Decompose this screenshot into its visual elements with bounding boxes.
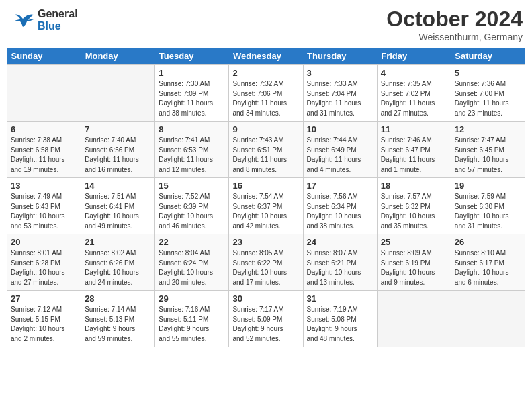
calendar-cell: 22Sunrise: 8:04 AM Sunset: 6:24 PM Dayli… (155, 234, 229, 291)
calendar-week-3: 13Sunrise: 7:49 AM Sunset: 6:43 PM Dayli… (7, 178, 525, 234)
calendar-cell: 4Sunrise: 7:35 AM Sunset: 7:02 PM Daylig… (377, 65, 451, 122)
day-number: 24 (307, 237, 373, 247)
calendar-cell: 17Sunrise: 7:56 AM Sunset: 6:34 PM Dayli… (303, 178, 377, 234)
logo-text: General Blue (38, 8, 78, 32)
day-number: 10 (307, 124, 373, 134)
calendar-cell: 16Sunrise: 7:54 AM Sunset: 6:37 PM Dayli… (229, 178, 303, 234)
day-number: 11 (381, 124, 447, 134)
month-title: October 2024 (386, 7, 523, 32)
day-number: 13 (11, 181, 77, 191)
calendar-cell: 2Sunrise: 7:32 AM Sunset: 7:06 PM Daylig… (229, 65, 303, 122)
day-number: 4 (381, 68, 447, 78)
day-info: Sunrise: 7:44 AM Sunset: 6:49 PM Dayligh… (307, 136, 373, 175)
calendar-cell: 5Sunrise: 7:36 AM Sunset: 7:00 PM Daylig… (451, 65, 525, 122)
day-info: Sunrise: 8:09 AM Sunset: 6:19 PM Dayligh… (381, 248, 447, 287)
day-number: 14 (85, 181, 151, 191)
day-number: 12 (455, 124, 521, 134)
day-number: 3 (307, 68, 373, 78)
day-info: Sunrise: 7:59 AM Sunset: 6:30 PM Dayligh… (455, 192, 521, 231)
calendar-header-row: SundayMondayTuesdayWednesdayThursdayFrid… (7, 48, 525, 65)
calendar-header-wednesday: Wednesday (229, 48, 303, 65)
day-number: 26 (455, 237, 521, 247)
calendar-header-saturday: Saturday (451, 48, 525, 65)
day-info: Sunrise: 8:07 AM Sunset: 6:21 PM Dayligh… (307, 248, 373, 287)
day-number: 16 (232, 181, 299, 191)
logo: General Blue (9, 7, 78, 34)
calendar-cell: 19Sunrise: 7:59 AM Sunset: 6:30 PM Dayli… (451, 178, 525, 234)
calendar-cell: 9Sunrise: 7:43 AM Sunset: 6:51 PM Daylig… (229, 122, 303, 178)
day-info: Sunrise: 7:46 AM Sunset: 6:47 PM Dayligh… (381, 136, 447, 175)
calendar-cell: 8Sunrise: 7:41 AM Sunset: 6:53 PM Daylig… (155, 122, 229, 178)
calendar-cell: 11Sunrise: 7:46 AM Sunset: 6:47 PM Dayli… (377, 122, 451, 178)
calendar-week-1: 1Sunrise: 7:30 AM Sunset: 7:09 PM Daylig… (7, 65, 525, 122)
day-info: Sunrise: 7:17 AM Sunset: 5:09 PM Dayligh… (232, 305, 299, 344)
calendar-cell: 27Sunrise: 7:12 AM Sunset: 5:15 PM Dayli… (7, 291, 81, 347)
day-number: 22 (159, 237, 225, 247)
calendar-header-thursday: Thursday (303, 48, 377, 65)
calendar-week-5: 27Sunrise: 7:12 AM Sunset: 5:15 PM Dayli… (7, 291, 525, 347)
calendar-header-sunday: Sunday (7, 48, 81, 65)
day-info: Sunrise: 7:47 AM Sunset: 6:45 PM Dayligh… (455, 136, 521, 175)
calendar-cell: 24Sunrise: 8:07 AM Sunset: 6:21 PM Dayli… (303, 234, 377, 291)
day-number: 23 (232, 237, 299, 247)
calendar-cell: 12Sunrise: 7:47 AM Sunset: 6:45 PM Dayli… (451, 122, 525, 178)
calendar-cell: 15Sunrise: 7:52 AM Sunset: 6:39 PM Dayli… (155, 178, 229, 234)
day-info: Sunrise: 7:14 AM Sunset: 5:13 PM Dayligh… (85, 305, 151, 344)
day-info: Sunrise: 7:41 AM Sunset: 6:53 PM Dayligh… (159, 136, 225, 175)
day-number: 25 (381, 237, 447, 247)
day-number: 15 (159, 181, 225, 191)
calendar-cell: 6Sunrise: 7:38 AM Sunset: 6:58 PM Daylig… (7, 122, 81, 178)
calendar-header-friday: Friday (377, 48, 451, 65)
day-number: 19 (455, 181, 521, 191)
day-info: Sunrise: 7:51 AM Sunset: 6:41 PM Dayligh… (85, 192, 151, 231)
calendar-cell (7, 65, 81, 122)
calendar-table: SundayMondayTuesdayWednesdayThursdayFrid… (7, 48, 525, 347)
day-info: Sunrise: 7:49 AM Sunset: 6:43 PM Dayligh… (11, 192, 77, 231)
calendar-cell: 26Sunrise: 8:10 AM Sunset: 6:17 PM Dayli… (451, 234, 525, 291)
day-info: Sunrise: 8:10 AM Sunset: 6:17 PM Dayligh… (455, 248, 521, 287)
calendar-cell: 3Sunrise: 7:33 AM Sunset: 7:04 PM Daylig… (303, 65, 377, 122)
day-info: Sunrise: 8:02 AM Sunset: 6:26 PM Dayligh… (85, 248, 151, 287)
day-info: Sunrise: 7:54 AM Sunset: 6:37 PM Dayligh… (232, 192, 299, 231)
day-info: Sunrise: 7:52 AM Sunset: 6:39 PM Dayligh… (159, 192, 225, 231)
calendar-week-2: 6Sunrise: 7:38 AM Sunset: 6:58 PM Daylig… (7, 122, 525, 178)
logo-icon (9, 7, 36, 34)
day-info: Sunrise: 8:01 AM Sunset: 6:28 PM Dayligh… (11, 248, 77, 287)
day-info: Sunrise: 7:40 AM Sunset: 6:56 PM Dayligh… (85, 136, 151, 175)
calendar-cell: 30Sunrise: 7:17 AM Sunset: 5:09 PM Dayli… (229, 291, 303, 347)
calendar-cell: 23Sunrise: 8:05 AM Sunset: 6:22 PM Dayli… (229, 234, 303, 291)
day-number: 21 (85, 237, 151, 247)
day-number: 8 (159, 124, 225, 134)
day-number: 31 (307, 293, 373, 304)
calendar-cell: 1Sunrise: 7:30 AM Sunset: 7:09 PM Daylig… (155, 65, 229, 122)
day-number: 29 (159, 293, 225, 304)
calendar-cell: 10Sunrise: 7:44 AM Sunset: 6:49 PM Dayli… (303, 122, 377, 178)
calendar-cell: 21Sunrise: 8:02 AM Sunset: 6:26 PM Dayli… (81, 234, 155, 291)
day-number: 20 (11, 237, 77, 247)
calendar-header-tuesday: Tuesday (155, 48, 229, 65)
day-number: 27 (11, 293, 77, 304)
calendar-cell: 7Sunrise: 7:40 AM Sunset: 6:56 PM Daylig… (81, 122, 155, 178)
day-info: Sunrise: 7:33 AM Sunset: 7:04 PM Dayligh… (307, 79, 373, 118)
day-number: 1 (159, 68, 225, 78)
day-number: 28 (85, 293, 151, 304)
calendar-cell: 18Sunrise: 7:57 AM Sunset: 6:32 PM Dayli… (377, 178, 451, 234)
day-info: Sunrise: 7:38 AM Sunset: 6:58 PM Dayligh… (11, 136, 77, 175)
day-number: 2 (232, 68, 299, 78)
calendar-cell: 31Sunrise: 7:19 AM Sunset: 5:08 PM Dayli… (303, 291, 377, 347)
day-number: 6 (11, 124, 77, 134)
calendar-cell: 14Sunrise: 7:51 AM Sunset: 6:41 PM Dayli… (81, 178, 155, 234)
day-info: Sunrise: 8:04 AM Sunset: 6:24 PM Dayligh… (159, 248, 225, 287)
day-number: 18 (381, 181, 447, 191)
calendar-week-4: 20Sunrise: 8:01 AM Sunset: 6:28 PM Dayli… (7, 234, 525, 291)
day-info: Sunrise: 7:32 AM Sunset: 7:06 PM Dayligh… (232, 79, 299, 118)
calendar-cell: 13Sunrise: 7:49 AM Sunset: 6:43 PM Dayli… (7, 178, 81, 234)
title-area: October 2024 Weissenthurm, Germany (386, 7, 523, 42)
day-info: Sunrise: 7:19 AM Sunset: 5:08 PM Dayligh… (307, 305, 373, 344)
day-number: 17 (307, 181, 373, 191)
calendar-cell: 25Sunrise: 8:09 AM Sunset: 6:19 PM Dayli… (377, 234, 451, 291)
page-header: General Blue October 2024 Weissenthurm, … (7, 7, 525, 42)
day-number: 7 (85, 124, 151, 134)
calendar-header-monday: Monday (81, 48, 155, 65)
calendar-cell (451, 291, 525, 347)
